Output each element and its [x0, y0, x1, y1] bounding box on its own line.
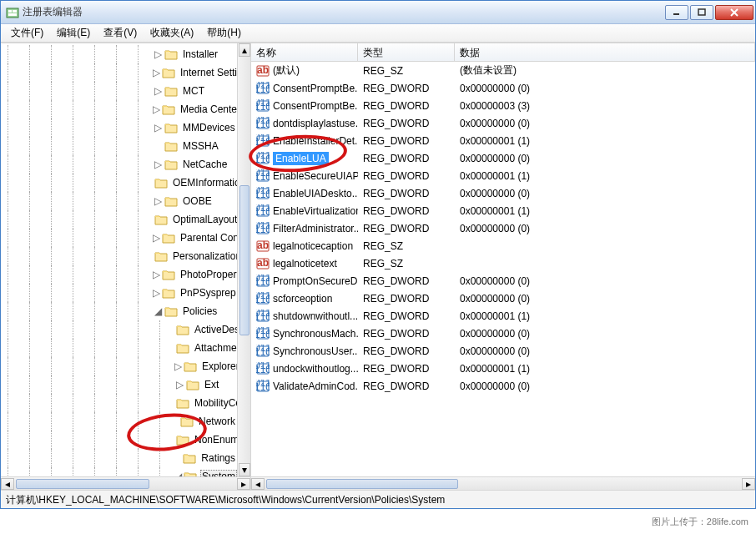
- dword-value-icon: 011110: [256, 152, 270, 165]
- scroll-up-button[interactable]: ▴: [239, 43, 250, 57]
- expand-icon[interactable]: ▷: [153, 104, 160, 114]
- value-row[interactable]: 011110scforceoptionREG_DWORD0x00000000 (…: [251, 290, 755, 307]
- expand-icon[interactable]: ▷: [174, 380, 184, 390]
- value-row[interactable]: 011110SynchronousMach...REG_DWORD0x00000…: [251, 325, 755, 342]
- value-name: SynchronousUser...: [273, 345, 358, 357]
- tree-item[interactable]: ▷Installer: [1, 45, 237, 63]
- folder-icon: [176, 324, 189, 335]
- value-row[interactable]: 011110ValidateAdminCod...REG_DWORD0x0000…: [251, 377, 755, 395]
- tree-horizontal-scrollbar[interactable]: ◂ ▸: [1, 476, 250, 490]
- tree-item[interactable]: Network: [1, 412, 237, 431]
- expand-icon[interactable]: ▷: [174, 361, 182, 371]
- value-row[interactable]: ab(默认)REG_SZ(数值未设置): [251, 62, 755, 79]
- svg-text:110: 110: [256, 118, 270, 130]
- value-name: EnableLUA: [273, 152, 329, 165]
- scroll-thumb[interactable]: [16, 479, 149, 489]
- tree-item[interactable]: MSSHA: [1, 137, 237, 155]
- tree-item[interactable]: ◢System: [1, 467, 237, 476]
- value-row[interactable]: 011110PromptOnSecureD...REG_DWORD0x00000…: [251, 272, 755, 290]
- value-row[interactable]: 011110EnableSecureUIAP...REG_DWORD0x0000…: [251, 167, 755, 184]
- svg-text:110: 110: [256, 206, 270, 218]
- scroll-right-button[interactable]: ▸: [742, 478, 755, 490]
- scroll-thumb[interactable]: [239, 185, 249, 335]
- svg-text:110: 110: [256, 364, 270, 375]
- value-row[interactable]: 011110EnableVirtualizationREG_DWORD0x000…: [251, 202, 755, 219]
- expand-icon[interactable]: ▷: [153, 270, 160, 280]
- column-name[interactable]: 名称: [251, 43, 358, 61]
- value-row[interactable]: 011110dontdisplaylastuse...REG_DWORD0x00…: [251, 114, 755, 132]
- menu-edit[interactable]: 编辑(E): [50, 24, 97, 42]
- tree-item[interactable]: ▷Parental Controls: [1, 229, 237, 247]
- value-row[interactable]: 011110ConsentPromptBe...REG_DWORD0x00000…: [251, 79, 755, 97]
- tree-item[interactable]: ▷Media Center: [1, 100, 237, 118]
- expand-icon[interactable]: [174, 453, 181, 463]
- scroll-left-button[interactable]: ◂: [1, 478, 14, 490]
- tree-item[interactable]: Personalization: [1, 247, 237, 265]
- value-type: REG_DWORD: [358, 135, 455, 147]
- expand-icon[interactable]: ▷: [153, 159, 163, 169]
- value-row[interactable]: 011110shutdownwithoutl...REG_DWORD0x0000…: [251, 307, 755, 325]
- tree-item[interactable]: ◢Policies: [1, 302, 237, 320]
- svg-rect-5: [698, 9, 705, 15]
- tree-vertical-scrollbar[interactable]: ▴ ▾: [237, 43, 250, 476]
- tree-item[interactable]: ▷Internet Settings: [1, 63, 237, 82]
- tree-item[interactable]: ▷Explorer: [1, 357, 237, 375]
- expand-icon[interactable]: ▷: [153, 68, 160, 78]
- menu-help[interactable]: 帮助(H): [200, 24, 248, 42]
- scroll-left-button[interactable]: ◂: [251, 478, 265, 490]
- menu-favorites[interactable]: 收藏夹(A): [144, 24, 200, 42]
- value-row[interactable]: ablegalnoticetextREG_SZ: [251, 254, 755, 272]
- value-row[interactable]: ablegalnoticecaptionREG_SZ: [251, 237, 755, 254]
- value-row[interactable]: 011110EnableInstallerDet...REG_DWORD0x00…: [251, 132, 755, 149]
- column-type[interactable]: 类型: [358, 43, 455, 61]
- folder-icon: [154, 250, 168, 262]
- tree-item[interactable]: Attachments: [1, 339, 237, 357]
- tree-item[interactable]: ▷MCT: [1, 82, 237, 100]
- registry-tree[interactable]: ▷Installer▷Internet Settings▷MCT▷Media C…: [1, 43, 237, 476]
- tree-item[interactable]: ▷Ext: [1, 375, 237, 394]
- tree-item[interactable]: OptimalLayout: [1, 210, 237, 229]
- expand-icon[interactable]: ▷: [153, 49, 163, 59]
- close-button[interactable]: [715, 5, 753, 20]
- scroll-down-button[interactable]: ▾: [239, 463, 250, 476]
- tree-item[interactable]: MobilityCenter: [1, 394, 237, 412]
- tree-item[interactable]: ▷OOBE: [1, 192, 237, 210]
- expand-icon[interactable]: ▷: [153, 123, 163, 133]
- svg-rect-2: [13, 10, 17, 13]
- value-list[interactable]: ab(默认)REG_SZ(数值未设置)011110ConsentPromptBe…: [251, 62, 755, 476]
- tree-item[interactable]: ActiveDesktop: [1, 320, 237, 339]
- menu-file[interactable]: 文件(F): [4, 24, 50, 42]
- titlebar[interactable]: 注册表编辑器: [1, 1, 755, 24]
- expand-icon[interactable]: ▷: [153, 233, 160, 243]
- list-horizontal-scrollbar[interactable]: ◂ ▸: [251, 476, 755, 490]
- tree-item[interactable]: NonEnum: [1, 431, 237, 449]
- value-row[interactable]: 011110undockwithoutlog...REG_DWORD0x0000…: [251, 360, 755, 377]
- expand-icon[interactable]: ▷: [153, 288, 160, 298]
- tree-item[interactable]: Ratings: [1, 449, 237, 467]
- maximize-button[interactable]: [690, 5, 713, 20]
- value-row[interactable]: 011110SynchronousUser...REG_DWORD0x00000…: [251, 342, 755, 360]
- value-row[interactable]: 011110EnableLUAREG_DWORD0x00000000 (0): [251, 149, 755, 167]
- minimize-button[interactable]: [665, 5, 688, 20]
- value-row[interactable]: 011110FilterAdministrator...REG_DWORD0x0…: [251, 219, 755, 237]
- column-data[interactable]: 数据: [455, 43, 755, 61]
- folder-icon: [162, 67, 175, 78]
- tree-item[interactable]: ▷MMDevices: [1, 118, 237, 137]
- tree-item[interactable]: ▷PnPSysprep: [1, 284, 237, 302]
- tree-pane[interactable]: ▷Installer▷Internet Settings▷MCT▷Media C…: [1, 43, 251, 490]
- tree-item[interactable]: ▷PhotoPropertyHand: [1, 265, 237, 284]
- scroll-right-button[interactable]: ▸: [237, 478, 250, 490]
- expand-icon[interactable]: ◢: [153, 306, 163, 316]
- svg-text:110: 110: [256, 171, 270, 183]
- tree-item[interactable]: ▷NetCache: [1, 155, 237, 174]
- expand-icon[interactable]: ▷: [153, 86, 163, 96]
- tree-item-label: MCT: [181, 85, 206, 97]
- menu-view[interactable]: 查看(V): [97, 24, 144, 42]
- expand-icon[interactable]: [174, 416, 179, 426]
- tree-item[interactable]: OEMInformation: [1, 174, 237, 192]
- expand-icon[interactable]: [153, 141, 163, 151]
- expand-icon[interactable]: ▷: [153, 196, 163, 206]
- value-row[interactable]: 011110ConsentPromptBe...REG_DWORD0x00000…: [251, 97, 755, 114]
- scroll-thumb[interactable]: [266, 479, 458, 489]
- value-row[interactable]: 011110EnableUIADeskto...REG_DWORD0x00000…: [251, 184, 755, 202]
